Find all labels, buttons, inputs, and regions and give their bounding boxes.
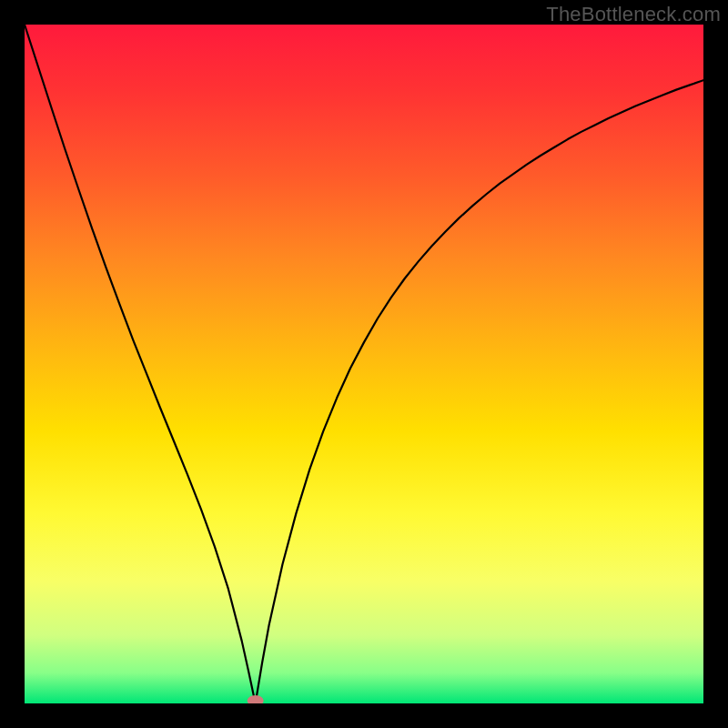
chart-frame: TheBottleneck.com	[0, 0, 728, 728]
plot-area	[25, 25, 703, 703]
chart-svg	[25, 25, 703, 703]
watermark-text: TheBottleneck.com	[546, 3, 721, 26]
chart-background	[25, 25, 703, 703]
